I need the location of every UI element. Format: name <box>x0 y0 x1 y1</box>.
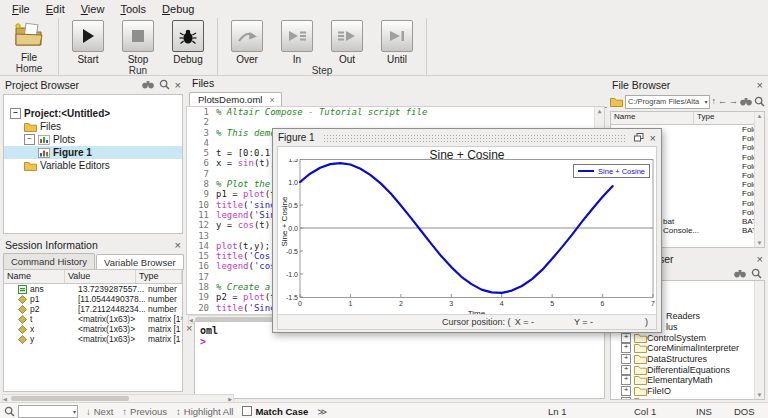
cursor-position-label: Cursor position: ( <box>442 317 511 327</box>
expander-icon[interactable]: + <box>621 365 631 375</box>
tree-item-files[interactable]: Files <box>4 120 182 133</box>
variable-row-p1[interactable]: p1[11.0544490378...number <box>4 294 182 304</box>
code-line-1[interactable]: 1% Altair Compose - Tutorial script file <box>187 107 595 117</box>
until-button[interactable]: Until <box>376 20 418 65</box>
close-icon[interactable]: × <box>175 80 181 90</box>
path-text: C:/Program Files/Alta <box>628 97 699 106</box>
variable-row-y[interactable]: y<matrix(1x63)>matrix [1 x 63] <box>4 334 182 344</box>
library-item-differentialequations[interactable]: +DifferentialEquations <box>611 364 764 375</box>
binoculars-icon[interactable] <box>740 97 752 106</box>
find-previous-button[interactable]: ↑Previous <box>122 406 167 417</box>
menu-tools[interactable]: Tools <box>112 1 154 17</box>
library-item-controlsystem[interactable]: +ControlSystem <box>611 332 764 343</box>
match-case-option[interactable]: Match Case <box>242 406 308 417</box>
library-item-coreminimalinterpreter[interactable]: +CoreMinimalInterpreter <box>611 343 764 354</box>
file-button[interactable]: File <box>8 20 50 63</box>
up-arrow-icon[interactable]: ↑ <box>712 97 717 106</box>
figure-titlebar[interactable]: Figure 1 × <box>273 129 661 146</box>
variable-value: [11.0544490378... <box>75 294 145 304</box>
tree-item-project-untitled-[interactable]: −Project:<Untitled> <box>4 107 182 120</box>
binoculars-icon[interactable] <box>734 269 746 278</box>
close-icon[interactable]: × <box>186 323 192 333</box>
step-over-icon <box>236 29 258 44</box>
close-icon[interactable]: × <box>757 254 763 264</box>
find-next-button[interactable]: ↓Next <box>86 406 113 417</box>
variable-type: number <box>145 284 182 294</box>
restore-icon[interactable] <box>634 133 644 142</box>
binoculars-icon[interactable] <box>142 80 154 89</box>
svg-text:6: 6 <box>601 300 605 307</box>
menu-edit[interactable]: Edit <box>38 1 73 17</box>
expander-icon[interactable]: + <box>621 386 631 396</box>
forward-arrow-icon[interactable]: → <box>729 97 738 106</box>
col-name[interactable]: Name <box>4 270 65 283</box>
button-label: Out <box>339 54 355 65</box>
code-line-2[interactable]: 2 <box>187 117 595 127</box>
back-arrow-icon[interactable]: ← <box>718 97 727 106</box>
match-case-checkbox[interactable] <box>242 406 252 416</box>
library-item-fileio[interactable]: +FileIO <box>611 386 764 397</box>
variable-row-x[interactable]: x<matrix(1x63)>matrix [1 x 63] <box>4 324 182 334</box>
menu-file[interactable]: File <box>4 1 38 17</box>
variable-name: t <box>30 314 32 324</box>
close-icon[interactable]: × <box>269 95 274 105</box>
start-button[interactable]: Start <box>67 20 109 65</box>
magnifier-icon[interactable] <box>159 79 170 90</box>
stop-button[interactable]: Stop <box>117 20 159 65</box>
function-tree-scrollbar[interactable]: ▼ <box>754 281 764 399</box>
variable-row-t[interactable]: t<matrix(1x63)>matrix [1 x 63] <box>4 314 182 324</box>
find-input[interactable]: ▾ <box>18 405 78 418</box>
close-icon[interactable]: × <box>650 133 656 143</box>
expander-icon[interactable]: + <box>621 397 631 400</box>
menu-view[interactable]: View <box>73 1 113 17</box>
close-icon[interactable]: × <box>757 80 763 90</box>
project-browser-panel: Project Browser × −Project:<Untitled>Fil… <box>0 76 186 236</box>
project-browser-title: Project Browser <box>5 79 79 91</box>
variable-row-ans[interactable]: ans13.7239287557...number <box>4 284 182 294</box>
expander-icon[interactable]: − <box>10 108 21 119</box>
library-item-label: lus <box>666 322 678 332</box>
library-item-elementarymath[interactable]: +ElementaryMath <box>611 375 764 386</box>
expander-icon[interactable]: − <box>24 134 35 145</box>
magnifier-icon[interactable] <box>754 96 765 107</box>
line-number: 7 <box>187 169 216 179</box>
library-item-geometry[interactable]: +Geometry <box>611 397 764 401</box>
library-item-datastructures[interactable]: +DataStructures <box>611 354 764 365</box>
path-combo[interactable]: C:/Program Files/Alta ▾ <box>625 95 710 109</box>
over-button[interactable]: Over <box>226 20 268 65</box>
drag-handle[interactable] <box>323 134 626 142</box>
tab-command-history[interactable]: Command History <box>3 253 95 269</box>
figure-window[interactable]: Figure 1 × Sine + Cosine Sine + Cosine 0… <box>272 128 662 333</box>
magnifier-icon[interactable] <box>751 268 762 279</box>
legend: Sine + Cosine <box>573 164 650 178</box>
tree-item-figure-1[interactable]: Figure 1 <box>4 146 182 159</box>
col-name[interactable]: Name <box>611 112 694 124</box>
col-type[interactable]: Type <box>136 270 182 283</box>
expander-icon[interactable]: + <box>621 343 631 353</box>
col-value[interactable]: Value <box>65 270 136 283</box>
out-button[interactable]: Out <box>326 20 368 65</box>
more-options-icon[interactable]: ≫ <box>317 406 327 417</box>
file-list-scrollbar[interactable]: ▲▼ <box>754 112 764 247</box>
library-item-label: DataStructures <box>647 354 707 364</box>
menu-debug[interactable]: Debug <box>154 1 202 17</box>
variable-browser-table[interactable]: Name Value Type ans13.7239287557...numbe… <box>3 269 183 392</box>
highlight-all-button[interactable]: ↕Highlight All <box>176 406 233 417</box>
button-label: File <box>21 52 37 63</box>
session-tabs: Command History Variable Browser <box>0 253 186 269</box>
tree-item-variable-editors[interactable]: Variable Editors <box>4 159 182 172</box>
tab-variable-browser[interactable]: Variable Browser <box>96 254 184 270</box>
in-button[interactable]: In <box>276 20 318 65</box>
debug-button[interactable]: Debug <box>167 20 209 65</box>
expander-icon[interactable]: + <box>621 333 631 343</box>
project-tree[interactable]: −Project:<Untitled>Files−PlotsFigure 1Va… <box>3 94 183 234</box>
tree-item-plots[interactable]: −Plots <box>4 133 182 146</box>
splitter-collapse-arrow[interactable]: › <box>180 313 183 323</box>
tab-plotsdemo[interactable]: PlotsDemo.oml × <box>189 92 282 107</box>
expander-icon[interactable]: + <box>621 375 631 385</box>
expander-icon[interactable]: + <box>621 354 631 364</box>
file-list-header: Name Type <box>611 112 764 125</box>
variable-row-p2[interactable]: p2[17.2112448234...number <box>4 304 182 314</box>
variable-type: number <box>145 304 182 314</box>
close-icon[interactable]: × <box>175 240 181 250</box>
